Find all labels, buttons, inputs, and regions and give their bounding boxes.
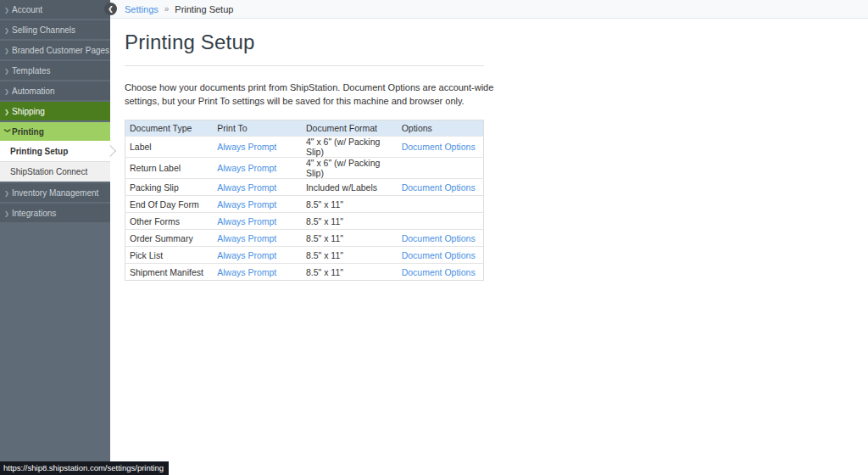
sidebar-item-label: Automation [12,87,55,96]
table-row: Return Label Always Prompt 4" x 6" (w/ P… [125,158,484,179]
sidebar-item-label: Account [12,5,42,14]
cell-options-empty [398,213,484,230]
print-to-link[interactable]: Always Prompt [217,267,276,277]
main-content: Printing Setup Choose how your documents… [110,20,868,475]
collapse-sidebar-button[interactable]: ❮ [104,3,117,15]
table-row: Pick List Always Prompt 8.5" x 11" Docum… [125,247,484,264]
table-header-row: Document Type Print To Document Format O… [125,120,484,137]
sidebar-subitem-label: ShipStation Connect [10,167,87,176]
status-url-tooltip: https://ship8.shipstation.com/settings/p… [0,461,169,475]
cell-document-type: Other Forms [125,213,214,230]
chevron-right-icon: ❯ [4,68,12,74]
sidebar-item-templates[interactable]: ❯ Templates [0,61,110,80]
cell-options-empty [398,196,484,213]
sidebar-item-shipstation-connect[interactable]: ShipStation Connect [0,161,110,182]
cell-document-format: 8.5" x 11" [302,230,398,247]
print-to-link[interactable]: Always Prompt [217,216,276,226]
cell-options-empty [398,158,484,179]
cell-document-type: Return Label [125,158,214,179]
sidebar-item-label: Inventory Management [12,188,98,198]
breadcrumb: Settings » Printing Setup [110,0,868,19]
chevron-right-icon: ❯ [4,88,12,94]
sidebar-item-label: Integrations [12,209,56,218]
document-options-link[interactable]: Document Options [402,250,476,260]
breadcrumb-settings-link[interactable]: Settings [125,4,159,14]
cell-document-type: Pick List [125,247,214,264]
print-to-link[interactable]: Always Prompt [217,142,276,152]
page-description: Choose how your documents print from Shi… [125,81,506,108]
sidebar-item-printing[interactable]: ❯ Printing [0,122,110,141]
document-options-link[interactable]: Document Options [402,142,476,152]
sidebar-item-shipping[interactable]: ❯ Shipping [0,102,110,120]
document-options-link[interactable]: Document Options [402,267,476,277]
sidebar-item-label: Printing [12,127,44,137]
table-row: Shipment Manifest Always Prompt 8.5" x 1… [125,264,484,281]
sidebar-item-label: Templates [12,66,51,75]
table-row: End Of Day Form Always Prompt 8.5" x 11" [125,196,484,213]
sidebar-item-inventory-management[interactable]: ❯ Inventory Management [0,183,110,202]
sidebar-item-label: Shipping [12,107,45,116]
chevron-right-icon: ❯ [4,190,12,196]
cell-document-format: 4" x 6" (w/ Packing Slip) [302,137,398,158]
print-to-link[interactable]: Always Prompt [217,163,276,173]
chevron-left-icon: ❮ [108,6,114,13]
cell-document-format: 8.5" x 11" [302,196,398,213]
col-header-document-format: Document Format [302,120,398,137]
page-title: Printing Setup [125,31,868,54]
col-header-document-type: Document Type [125,120,214,137]
chevron-right-icon: ❯ [4,210,12,216]
chevron-right-icon: ❯ [4,109,12,115]
col-header-options: Options [398,120,484,137]
table-row: Packing Slip Always Prompt Included w/La… [125,179,484,196]
cell-document-type: Packing Slip [125,179,214,196]
sidebar-item-automation[interactable]: ❯ Automation [0,81,110,100]
print-to-link[interactable]: Always Prompt [217,233,276,243]
table-row: Other Forms Always Prompt 8.5" x 11" [125,213,484,230]
chevron-right-icon: ❯ [4,27,12,33]
cell-document-format: Included w/Labels [302,179,398,196]
sidebar-item-printing-setup[interactable]: Printing Setup [0,141,110,161]
chevron-right-icon: ❯ [4,7,12,13]
sidebar-item-account[interactable]: ❯ Account [0,0,110,19]
print-to-link[interactable]: Always Prompt [217,182,276,193]
printing-settings-table: Document Type Print To Document Format O… [125,120,484,281]
print-to-link[interactable]: Always Prompt [217,250,276,260]
document-options-link[interactable]: Document Options [402,233,476,243]
cell-document-type: End Of Day Form [125,196,214,213]
cell-document-format: 8.5" x 11" [302,247,398,264]
sidebar-item-label: Selling Channels [12,25,75,35]
cell-document-format: 8.5" x 11" [302,213,398,230]
sidebar-item-label: Branded Customer Pages [12,46,109,55]
cell-document-type: Label [125,137,214,158]
printing-submenu: Printing Setup ShipStation Connect [0,141,110,182]
col-header-print-to: Print To [213,120,302,137]
cell-document-type: Order Summary [125,230,214,247]
sidebar-item-branded-customer-pages[interactable]: ❯ Branded Customer Pages [0,41,110,59]
document-options-link[interactable]: Document Options [402,182,476,193]
breadcrumb-current: Printing Setup [175,4,233,14]
print-to-link[interactable]: Always Prompt [217,199,276,210]
sidebar-subitem-label: Printing Setup [10,147,68,156]
table-row: Order Summary Always Prompt 8.5" x 11" D… [125,230,484,247]
cell-document-format: 8.5" x 11" [302,264,398,281]
sidebar: ❯ Account ❯ Selling Channels ❯ Branded C… [0,0,110,475]
cell-document-type: Shipment Manifest [125,264,214,281]
cell-document-format: 4" x 6" (w/ Packing Slip) [302,158,398,179]
breadcrumb-separator: » [164,4,170,14]
sidebar-item-selling-channels[interactable]: ❯ Selling Channels [0,20,110,39]
table-row: Label Always Prompt 4" x 6" (w/ Packing … [125,137,484,158]
sidebar-item-integrations[interactable]: ❯ Integrations [0,204,110,222]
chevron-right-icon: ❯ [4,48,12,53]
chevron-down-icon: ❯ [5,128,11,136]
title-divider [125,65,484,66]
